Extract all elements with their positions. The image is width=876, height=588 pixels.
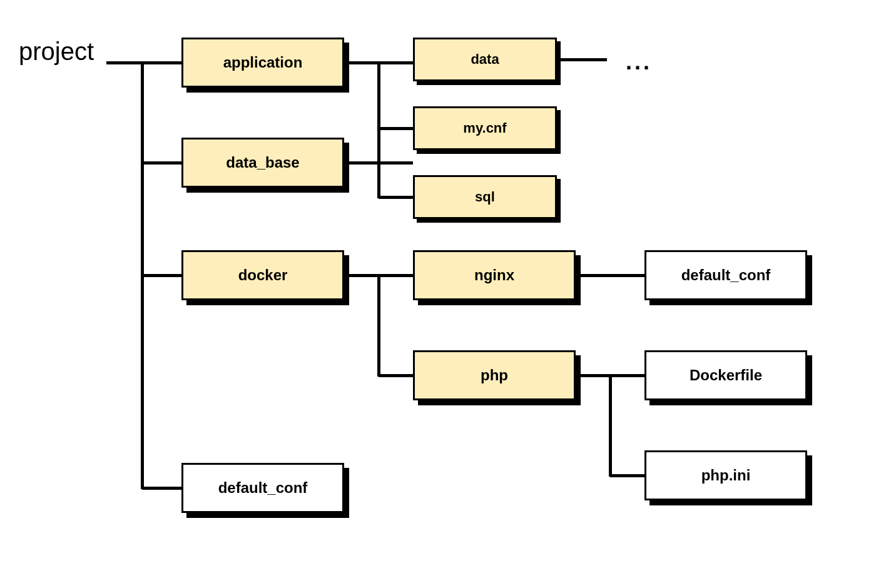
connector-line	[379, 196, 413, 199]
node-label: sql	[475, 189, 495, 205]
node-php_ini: php.ini	[644, 450, 807, 500]
connector-line	[142, 161, 181, 165]
node-docker: docker	[181, 250, 344, 300]
connector-line	[142, 487, 181, 490]
node-label: default_conf	[218, 479, 308, 497]
node-label: php	[481, 367, 508, 384]
node-label: data	[471, 51, 499, 68]
connector-line	[142, 274, 181, 277]
connector-line	[379, 127, 413, 130]
node-label: docker	[238, 266, 288, 284]
connector-line	[106, 61, 181, 64]
node-php: php	[413, 350, 576, 400]
connector-line	[557, 58, 607, 61]
node-data: data	[413, 38, 557, 81]
connector-line	[379, 374, 413, 377]
node-sql: sql	[413, 175, 557, 219]
node-default_conf2: default_conf	[644, 250, 807, 300]
node-nginx: nginx	[413, 250, 576, 300]
node-label: default_conf	[681, 266, 771, 284]
root-label: project	[19, 38, 94, 66]
node-label: my.cnf	[463, 120, 506, 136]
node-label: data_base	[226, 154, 299, 171]
ellipsis-icon: ...	[626, 49, 652, 75]
node-my_cnf: my.cnf	[413, 106, 557, 150]
connector-line	[609, 375, 612, 477]
connector-line	[576, 274, 644, 277]
node-data_base: data_base	[181, 138, 344, 188]
node-label: Dockerfile	[690, 367, 762, 384]
node-application: application	[181, 38, 344, 88]
node-label: application	[223, 54, 303, 71]
connector-line	[377, 63, 380, 198]
node-default_conf1: default_conf	[181, 463, 344, 513]
node-dockerfile: Dockerfile	[644, 350, 807, 400]
node-label: php.ini	[701, 467, 751, 484]
connector-line	[377, 275, 380, 377]
diagram-stage: project ... applicationdata_basedockerde…	[0, 0, 876, 588]
node-label: nginx	[474, 266, 514, 284]
connector-line	[610, 474, 644, 477]
